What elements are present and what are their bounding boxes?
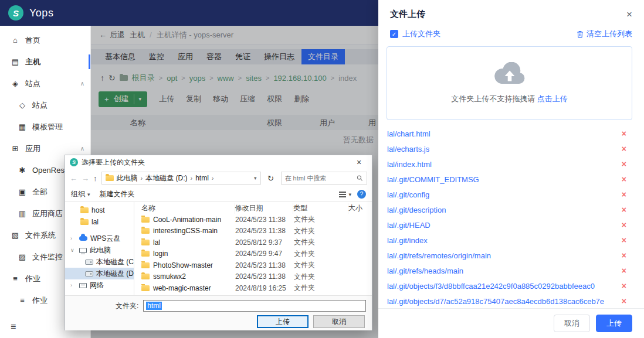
network-icon <box>79 283 87 288</box>
file-row[interactable]: ssmukwx22024/5/23 11:38文件夹 <box>134 271 372 283</box>
address-dropdown-icon[interactable]: ▾ <box>254 175 257 181</box>
file-type: 文件夹 <box>294 260 349 270</box>
organize-button[interactable]: 组织▾ <box>71 189 90 199</box>
upload-file-link[interactable]: lal/echarts.js <box>387 145 429 153</box>
tree-item-drive-d[interactable]: 本地磁盘 (D:) <box>65 268 134 279</box>
click-to-upload-link[interactable]: 点击上传 <box>537 94 568 103</box>
remove-file-icon[interactable]: × <box>622 266 626 275</box>
file-row[interactable]: lal2025/8/12 9:37文件夹 <box>134 237 372 248</box>
address-segment[interactable]: 本地磁盘 (D:) <box>145 173 187 183</box>
list-header: 名称 修改日期 类型 大小 <box>134 203 372 214</box>
file-name: PhotoShow-master <box>153 261 213 269</box>
folder-icon <box>141 285 150 291</box>
upload-list-item: lal/.git/index× <box>378 233 644 248</box>
sidebar-item-host[interactable]: ▤主机 <box>0 51 90 73</box>
column-type[interactable]: 类型 <box>293 203 348 214</box>
remove-file-icon[interactable]: × <box>622 129 626 138</box>
dialog-cancel-button[interactable]: 取消 <box>313 315 365 328</box>
folder-icon <box>80 219 89 225</box>
tree-gap <box>65 228 134 233</box>
remove-file-icon[interactable]: × <box>622 190 626 199</box>
tree-item-host[interactable]: host <box>65 204 134 216</box>
remove-file-icon[interactable]: × <box>622 159 626 169</box>
remove-file-icon[interactable]: × <box>622 296 626 306</box>
upload-file-link[interactable]: lal/chart.html <box>387 129 431 138</box>
tree-item-this-pc[interactable]: ∨此电脑 <box>65 244 134 256</box>
drawer-close-icon[interactable]: × <box>626 9 632 19</box>
folder-icon <box>141 262 150 268</box>
upload-list-item: lal/.git/objects/f3/d8bbffcaa21e242c9f0a… <box>378 278 644 293</box>
remove-file-icon[interactable]: × <box>622 175 626 184</box>
file-type: 文件夹 <box>294 272 349 282</box>
column-size[interactable]: 大小 <box>348 203 372 214</box>
nav-up-icon[interactable]: ↑ <box>93 174 97 183</box>
upload-file-link[interactable]: lal/.git/COMMIT_EDITMSG <box>387 175 479 184</box>
remove-file-icon[interactable]: × <box>622 144 626 153</box>
sidebar-item-home[interactable]: ⌂首页 <box>0 29 90 51</box>
address-segment[interactable]: html <box>195 174 209 182</box>
address-bar[interactable]: 此电脑 › 本地磁盘 (D:) › html › ▾ <box>101 172 261 185</box>
nav-back-icon[interactable]: ← <box>70 174 77 183</box>
remove-file-icon[interactable]: × <box>622 235 626 245</box>
upload-file-link[interactable]: lal/.git/description <box>387 206 446 214</box>
folder-icon <box>141 217 150 223</box>
file-date: 2024/5/23 11:38 <box>235 216 294 224</box>
upload-folder-checkbox[interactable]: ✓ <box>390 30 398 38</box>
folder-picker-dialog: S 选择要上传的文件夹 × ← → ↑ 此电脑 › 本地磁盘 (D:) › ht… <box>65 155 372 330</box>
upload-file-link[interactable]: lal/.git/index <box>387 236 428 245</box>
search-input[interactable] <box>285 175 355 182</box>
folder-name-input[interactable]: html <box>143 300 366 312</box>
yops-favicon-icon: S <box>70 158 78 166</box>
sidebar-item-site[interactable]: ◇站点 <box>0 94 90 116</box>
upload-list-item: lal/chart.html× <box>378 126 644 141</box>
upload-file-link[interactable]: lal/.git/refs/remotes/origin/main <box>387 251 491 260</box>
remove-file-icon[interactable]: × <box>622 220 626 230</box>
upload-file-link[interactable]: lal/.git/config <box>387 190 429 199</box>
tree-item-wps-cloud[interactable]: ›WPS云盘 <box>65 233 134 244</box>
view-mode-button[interactable]: ▾ <box>339 192 351 197</box>
sidebar-collapse-icon[interactable]: ≡ <box>11 322 16 332</box>
dialog-upload-button[interactable]: 上传 <box>257 315 309 328</box>
expander-collapsed-icon[interactable]: › <box>70 282 72 288</box>
remove-file-icon[interactable]: × <box>622 205 626 214</box>
upload-dropzone[interactable]: 文件夹上传不支持拖拽请 点击上传 <box>387 46 632 120</box>
tree-item-lal[interactable]: lal <box>65 216 134 228</box>
upload-file-link[interactable]: lal/.git/objects/f3/d8bbffcaa21e242c9f0a… <box>387 282 595 291</box>
dialog-close-icon[interactable]: × <box>351 158 367 167</box>
drawer-controls: ✓ 上传文件夹 清空上传列表 <box>378 25 644 42</box>
drawer-upload-button[interactable]: 上传 <box>596 315 632 332</box>
file-row[interactable]: PhotoShow-master2024/5/23 11:38文件夹 <box>134 260 372 271</box>
upload-file-link[interactable]: lal/index.html <box>387 160 432 169</box>
new-folder-button[interactable]: 新建文件夹 <box>100 189 135 199</box>
drawer-footer: 取消 上传 <box>378 308 644 338</box>
upload-file-link[interactable]: lal/.git/objects/d7/ac52a918c75407aec8a4… <box>387 297 604 306</box>
file-row[interactable]: interestingCSS-main2024/5/23 11:38文件夹 <box>134 226 372 237</box>
remove-file-icon[interactable]: × <box>622 281 626 291</box>
sidebar-item-template-manage[interactable]: ▦模板管理 <box>0 116 90 138</box>
refresh-icon[interactable]: ↻ <box>265 174 277 183</box>
help-icon[interactable]: ? <box>357 190 366 199</box>
upload-folder-label[interactable]: 上传文件夹 <box>402 29 440 39</box>
clear-upload-list-button[interactable]: 清空上传列表 <box>577 29 632 39</box>
dialog-title: 选择要上传的文件夹 <box>82 158 145 168</box>
sidebar-item-site-group[interactable]: ◈站点∧ <box>0 73 90 94</box>
app-root: S Yops ⌂首页 ▤主机 ◈站点∧ ◇站点 ▦模板管理 ⊞应用∧ ✱Open… <box>0 0 644 338</box>
upload-file-link[interactable]: lal/.git/HEAD <box>387 221 431 230</box>
expander-collapsed-icon[interactable]: › <box>70 235 72 241</box>
column-modified-date[interactable]: 修改日期 <box>235 203 294 214</box>
tree-item-network[interactable]: ›网络 <box>65 279 134 291</box>
sidebar-item-label: 应用 <box>25 144 40 154</box>
tree-item-drive-c[interactable]: 本地磁盘 (C:) <box>65 256 134 268</box>
nav-forward-icon[interactable]: → <box>82 174 89 183</box>
upload-list-item: lal/echarts.js× <box>378 141 644 156</box>
upload-file-link[interactable]: lal/.git/refs/heads/main <box>387 267 463 275</box>
file-row[interactable]: login2024/5/29 9:47文件夹 <box>134 248 372 260</box>
tree-label: 此电脑 <box>90 245 111 255</box>
column-name[interactable]: 名称 <box>134 203 235 214</box>
file-row[interactable]: web-magic-master2024/8/19 16:25文件夹 <box>134 282 372 294</box>
drawer-cancel-button[interactable]: 取消 <box>554 315 590 332</box>
file-row[interactable]: CooL-Animation-main2024/5/23 11:38文件夹 <box>134 214 372 226</box>
address-segment[interactable]: 此电脑 <box>117 173 138 183</box>
expander-expanded-icon[interactable]: ∨ <box>70 247 74 253</box>
remove-file-icon[interactable]: × <box>622 251 626 260</box>
